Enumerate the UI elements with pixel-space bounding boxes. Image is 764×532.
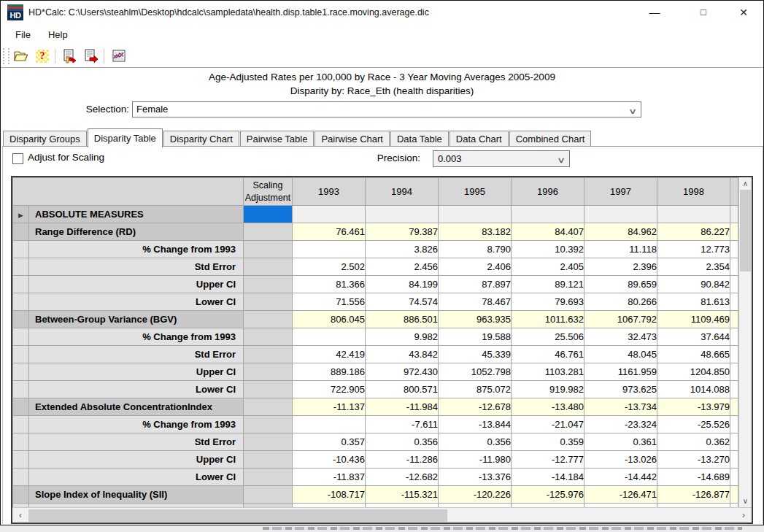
value-cell-partial[interactable] <box>730 416 738 433</box>
value-cell[interactable]: -108.717 <box>293 486 366 504</box>
value-cell[interactable]: -13.376 <box>439 469 512 486</box>
value-cell[interactable]: 0.361 <box>584 433 657 451</box>
row-label-cell[interactable]: Slope Index of Inequality (SII) <box>29 486 244 504</box>
value-cell-partial[interactable] <box>730 398 738 416</box>
tab-disparity-table[interactable]: Disparity Table <box>88 128 163 147</box>
row-label-cell[interactable]: ABSOLUTE MEASURES <box>29 206 244 223</box>
row-label-cell[interactable]: Std Error <box>29 346 244 363</box>
value-cell[interactable]: 2.502 <box>293 258 366 276</box>
value-cell[interactable]: 1067.792 <box>584 311 657 328</box>
value-cell[interactable]: 79.693 <box>512 293 584 311</box>
scaling-cell[interactable] <box>244 416 293 433</box>
menu-item-help[interactable]: Help <box>39 25 77 45</box>
adjust-for-scaling-checkbox[interactable] <box>12 153 23 164</box>
help-button[interactable]: ? <box>33 47 52 65</box>
value-cell[interactable]: -125.976 <box>512 486 584 504</box>
scaling-cell[interactable] <box>244 433 293 451</box>
scaling-cell[interactable] <box>244 451 293 469</box>
row-label-cell[interactable]: Lower CI <box>29 469 244 486</box>
value-cell[interactable]: 1052.798 <box>439 363 512 381</box>
value-cell[interactable]: 1204.850 <box>657 363 730 381</box>
export-report-button[interactable] <box>61 47 80 65</box>
value-cell[interactable]: 875.072 <box>439 381 512 398</box>
gutter-cell[interactable] <box>13 398 29 416</box>
value-cell[interactable]: 80.266 <box>584 293 657 311</box>
value-cell[interactable]: -13.270 <box>657 451 730 469</box>
value-cell[interactable]: 919.982 <box>512 381 584 398</box>
gutter-cell[interactable] <box>13 328 29 346</box>
value-cell[interactable]: 46.761 <box>512 346 584 363</box>
value-cell-partial[interactable] <box>730 469 738 486</box>
value-cell-partial[interactable] <box>730 381 738 398</box>
vertical-scroll-track[interactable] <box>739 271 752 495</box>
value-cell[interactable]: -14.689 <box>657 469 730 486</box>
value-cell[interactable]: -13.844 <box>439 416 512 433</box>
value-cell[interactable]: 1103.281 <box>512 363 584 381</box>
close-button[interactable]: ✕ <box>728 1 760 24</box>
value-cell[interactable]: -25.526 <box>657 416 730 433</box>
tab-pairwise-table[interactable]: Pairwise Table <box>240 131 315 147</box>
open-file-button[interactable] <box>12 47 31 65</box>
value-cell[interactable]: 1014.088 <box>657 381 730 398</box>
gutter-cell[interactable] <box>13 363 29 381</box>
value-cell[interactable] <box>293 241 366 258</box>
value-cell[interactable]: -13.026 <box>584 451 657 469</box>
value-cell[interactable]: 2.396 <box>584 258 657 276</box>
value-cell[interactable]: 12.773 <box>657 241 730 258</box>
value-cell[interactable]: 86.227 <box>657 223 730 241</box>
scaling-cell[interactable] <box>244 469 293 486</box>
header-year-1994[interactable]: 1994 <box>366 178 439 206</box>
scaling-cell[interactable] <box>244 293 293 311</box>
value-cell[interactable]: 71.556 <box>293 293 366 311</box>
scaling-cell[interactable] <box>244 346 293 363</box>
header-year-1996[interactable]: 1996 <box>512 178 584 206</box>
value-cell[interactable]: 42.419 <box>293 346 366 363</box>
gutter-cell[interactable] <box>13 276 29 293</box>
value-cell[interactable]: 1011.632 <box>512 311 584 328</box>
export-data-button[interactable] <box>82 47 101 65</box>
value-cell[interactable]: 9.982 <box>366 328 439 346</box>
value-cell[interactable] <box>293 416 366 433</box>
row-label-cell[interactable]: Lower CI <box>29 293 244 311</box>
value-cell[interactable]: -126.471 <box>584 486 657 504</box>
tab-pairwise-chart[interactable]: Pairwise Chart <box>315 131 390 147</box>
maximize-button[interactable]: □ <box>687 1 719 24</box>
value-cell[interactable] <box>293 206 366 223</box>
scaling-cell[interactable] <box>244 328 293 346</box>
value-cell[interactable]: 2.406 <box>439 258 512 276</box>
value-cell[interactable]: -11.137 <box>293 398 366 416</box>
value-cell[interactable]: 87.897 <box>439 276 512 293</box>
value-cell[interactable]: 1161.959 <box>584 363 657 381</box>
minimize-button[interactable]: — <box>638 1 671 24</box>
tab-combined-chart[interactable]: Combined Chart <box>509 131 592 147</box>
scroll-left-button[interactable]: ‹ <box>12 508 28 523</box>
gutter-cell[interactable]: ▶ <box>13 206 29 223</box>
value-cell[interactable]: 45.339 <box>439 346 512 363</box>
gutter-cell[interactable] <box>13 293 29 311</box>
value-cell[interactable]: -21.047 <box>512 416 584 433</box>
gutter-cell[interactable] <box>13 241 29 258</box>
row-label-cell[interactable]: Lower CI <box>29 381 244 398</box>
scroll-up-button[interactable]: ∧ <box>739 177 752 190</box>
value-cell[interactable]: -115.321 <box>366 486 439 504</box>
value-cell-partial[interactable] <box>730 451 738 469</box>
value-cell[interactable]: 963.935 <box>439 311 512 328</box>
value-cell[interactable] <box>293 328 366 346</box>
row-label-cell[interactable]: Upper CI <box>29 451 244 469</box>
value-cell-partial[interactable] <box>730 293 738 311</box>
value-cell[interactable]: 90.842 <box>657 276 730 293</box>
value-cell[interactable]: 0.357 <box>293 433 366 451</box>
value-cell[interactable]: 886.501 <box>366 311 439 328</box>
value-cell[interactable] <box>657 206 730 223</box>
row-label-cell[interactable]: Between-Group Variance (BGV) <box>29 311 244 328</box>
scaling-cell[interactable] <box>244 241 293 258</box>
value-cell[interactable]: -13.480 <box>512 398 584 416</box>
value-cell[interactable]: 81.613 <box>657 293 730 311</box>
value-cell[interactable]: -7.611 <box>366 416 439 433</box>
value-cell[interactable]: 37.644 <box>657 328 730 346</box>
header-year-1995[interactable]: 1995 <box>439 178 512 206</box>
value-cell[interactable]: 32.473 <box>584 328 657 346</box>
horizontal-scroll-thumb[interactable] <box>28 509 447 522</box>
row-label-cell[interactable]: Upper CI <box>29 363 244 381</box>
value-cell[interactable]: 89.659 <box>584 276 657 293</box>
